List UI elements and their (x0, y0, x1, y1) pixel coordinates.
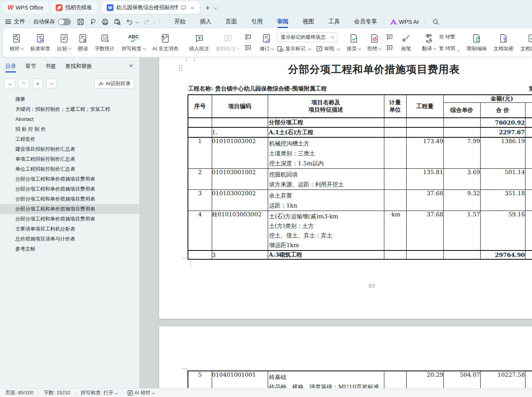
menu-tab-membership[interactable]: 会员专享 (353, 16, 378, 27)
toc-item[interactable]: 分部分项工程和单价措施项目费用表 (0, 174, 139, 184)
ai-polish-button[interactable]: AI 全文润色 (149, 30, 182, 55)
table-row: 1 010101003002 机械挖沟槽土方 土壤类别：三类土 挖土深度：1.5… (188, 137, 532, 169)
previous-change-icon[interactable] (385, 33, 394, 41)
close-tab-icon[interactable]: × (189, 5, 195, 11)
menu-tab-tools[interactable]: 工具 (328, 16, 341, 27)
toc-previous-button[interactable] (18, 79, 29, 88)
next-comment-icon[interactable] (243, 44, 252, 52)
tab-document[interactable]: W 幼儿园保教综合楼招标控制价 × (102, 2, 200, 14)
menu-tab-review[interactable]: 审阅 (276, 16, 289, 27)
hamburger-icon (5, 20, 11, 24)
track-changes-button[interactable]: 修订 (256, 30, 277, 55)
ai-proofread-indicator[interactable]: AI 校对 (127, 389, 155, 396)
accept-button[interactable]: 接受 (343, 30, 364, 55)
save-button[interactable] (76, 18, 85, 26)
table-row: 3 010103002002 余土弃置 运距：1kn 37.68 9.32 35… (188, 190, 532, 211)
ink-brush-icon (401, 33, 411, 43)
standard-review-button[interactable]: 标准审查 (27, 30, 54, 55)
word-count-icon: 12 (100, 33, 110, 43)
word-count-indicator[interactable]: 字数: 15232 (44, 389, 70, 396)
toc-item[interactable]: 关键词：招标控制价；土建工程；安装工程 (0, 104, 139, 114)
col-header-qty: 工程量 (406, 95, 443, 118)
toc-item[interactable]: 招 标 控 制 价 (0, 124, 139, 134)
page-indicator[interactable]: 页面: 85/100 (5, 389, 33, 396)
toc-collapse-button[interactable]: − (46, 79, 57, 88)
print-button[interactable] (101, 18, 109, 26)
cost-table-continued[interactable]: 5 010401001001 砖基础 砖品种、规格、强度等级：MU10页岩标准 … (188, 371, 532, 388)
toc-item[interactable]: 单位工程招标控制价汇总表 (0, 164, 139, 174)
menu-tab-reference[interactable]: 引用 (250, 16, 264, 27)
read-aloud-button[interactable]: 朗读 (74, 30, 91, 55)
redo-button[interactable] (142, 18, 151, 26)
proofread-button[interactable]: 校对 (6, 30, 27, 55)
toc-item[interactable]: 摘要 (0, 94, 139, 104)
markup-state-select[interactable]: 显示标记的最终状态 (277, 32, 338, 42)
encrypt-document-button[interactable]: 文档加密 (490, 30, 517, 55)
svg-text:12: 12 (103, 36, 107, 40)
ink-brush-button[interactable]: 画笔 (398, 30, 415, 55)
ribbon-expand-icon[interactable] (457, 49, 459, 51)
menu-tab-insert[interactable]: 插入 (199, 16, 212, 27)
toc-item[interactable]: 单项工程招标控制价汇总表 (0, 154, 139, 164)
sidebar-tab-bookmarks[interactable]: 书签 (45, 63, 56, 70)
restrict-editing-button[interactable]: 限制编辑 (463, 30, 490, 55)
toc-item[interactable]: 主要清单项目工料机分析表 (0, 224, 139, 234)
monitor-icon[interactable] (180, 5, 186, 11)
sidebar-tab-find-replace[interactable]: 查找和替换 (65, 63, 92, 70)
to-simplified-button[interactable]: 繁 转简 (439, 44, 455, 53)
toc-item[interactable]: 分部分项工程和单价措施项目费用表 (0, 194, 139, 204)
tab-list-chevron-icon[interactable] (214, 6, 217, 9)
print-preview-button[interactable] (113, 18, 122, 26)
spell-check-indicator[interactable]: 拼写检查: 打开 (81, 389, 117, 396)
undo-chevron-icon[interactable] (136, 20, 139, 23)
next-change-icon[interactable] (385, 44, 394, 52)
col-header-name: 项目名称及项目特征描述 (268, 95, 384, 118)
export-pdf-button[interactable] (89, 18, 97, 26)
tab-docer-templates[interactable]: 找稻壳模板 (51, 2, 97, 14)
toc-item-selected[interactable]: 分部分项工程和单价措施项目费用表 (0, 204, 139, 214)
wps-ai-button[interactable]: WPS AI (390, 18, 419, 25)
wps-ai-logo-icon (390, 19, 397, 25)
close-sidebar-icon[interactable]: × (129, 62, 133, 70)
reject-button[interactable]: 拒绝 (364, 30, 385, 55)
autosave-toggle[interactable] (58, 18, 71, 25)
toc-item[interactable]: 分部分项工程和单价措施项目费用表 (0, 214, 139, 224)
compare-button[interactable]: 比较 (54, 30, 74, 55)
review-pane-button[interactable]: 审阅 (316, 44, 339, 53)
new-tab-button[interactable]: + (205, 4, 210, 12)
spell-check-button[interactable]: ABC 拼写检查 (118, 30, 149, 55)
insert-comment-icon (194, 33, 204, 43)
toc-item[interactable]: 分部分项工程和单价措施项目费用表 (0, 184, 139, 194)
sidebar-tab-toc[interactable]: 目录 (5, 63, 16, 70)
cost-table[interactable]: 序号 项目编码 项目名称及项目特征描述 计量单位 工程量 金额(元) 综合单价 … (188, 94, 532, 260)
word-count-button[interactable]: 12 字数统计 (91, 30, 118, 55)
insert-comment-button[interactable]: 插入批注 (186, 30, 212, 55)
tab-wps-home[interactable]: W WPS Office (3, 2, 48, 14)
margin-corner-mark (182, 258, 191, 267)
toc-expand-button[interactable]: + (32, 79, 43, 88)
toc-next-button[interactable] (5, 79, 15, 88)
delete-comment-button[interactable]: 删除批注 (212, 30, 243, 55)
sidebar-tab-chapters[interactable]: 章节 (25, 63, 36, 70)
finalize-document-button[interactable]: 文档定稿 (517, 30, 532, 55)
previous-comment-icon[interactable] (243, 33, 252, 41)
toc-item[interactable]: Absrtact (0, 114, 139, 124)
toc-item[interactable]: 总价措施项目清单与计价表 (0, 234, 139, 244)
file-menu-button[interactable]: 文件 (5, 18, 25, 25)
menu-tab-view[interactable]: 视图 (302, 16, 315, 27)
menu-tab-page[interactable]: 页面 (225, 16, 238, 27)
ai-recognize-toc-button[interactable]: AI识别目录 (94, 79, 134, 89)
to-traditional-button[interactable]: 简 转繁 (439, 33, 455, 41)
translate-button[interactable]: 翻译 (418, 30, 439, 55)
redo-chevron-icon[interactable] (153, 20, 156, 23)
wps-logo: W (8, 4, 13, 11)
toc-item[interactable]: 建设项目招标控制价汇总表 (0, 144, 139, 154)
menu-tab-home[interactable]: 开始 (173, 16, 186, 27)
toc-item[interactable]: 工程造价 (0, 134, 139, 144)
undo-button[interactable] (125, 18, 134, 26)
show-markup-button[interactable]: 显示标记 (277, 44, 311, 53)
divider (159, 19, 160, 25)
toc-item[interactable]: 参考文献 (0, 244, 139, 254)
search-icon[interactable] (432, 18, 440, 26)
document-canvas[interactable]: 分部分项工程和单价措施项目费用表 工程名称: 贵台镇中心幼儿园保教综合楼-围墙附… (139, 58, 532, 388)
